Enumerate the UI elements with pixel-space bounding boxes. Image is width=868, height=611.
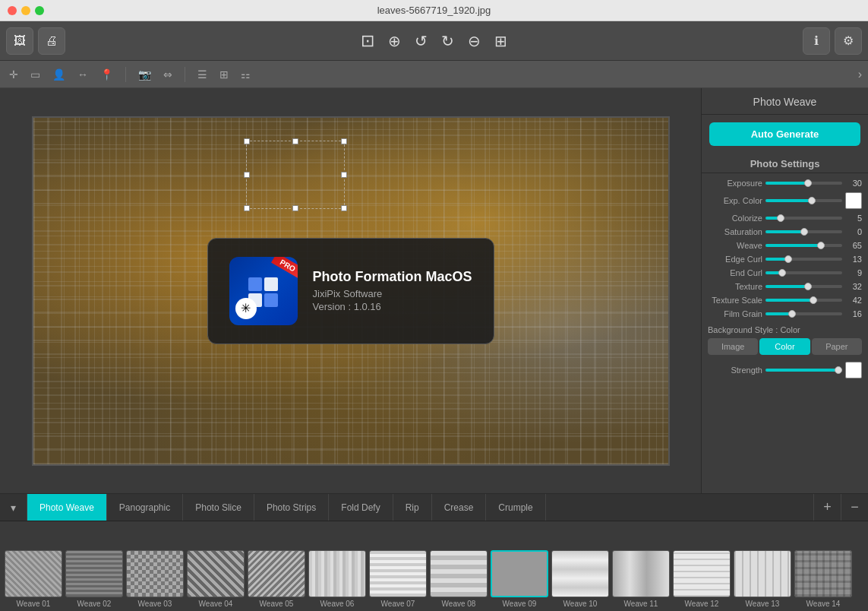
menu-tool[interactable]: ☰: [194, 67, 210, 82]
preset-weave-05[interactable]: Weave 05: [248, 550, 305, 608]
expand-arrow[interactable]: ›: [858, 68, 862, 81]
preset-weave-13[interactable]: Weave 13: [734, 550, 791, 608]
edge-curl-thumb[interactable]: [784, 255, 792, 263]
handle-tc[interactable]: [292, 138, 298, 144]
handle-ml[interactable]: [244, 172, 250, 178]
bg-color-button[interactable]: Color: [759, 338, 810, 355]
camera-tool[interactable]: 📷: [135, 67, 154, 82]
maximize-button[interactable]: [35, 6, 44, 15]
rotate-left-button[interactable]: ↺: [415, 32, 428, 50]
exp-color-swatch[interactable]: [845, 192, 862, 209]
transform-tool[interactable]: ↔: [74, 67, 91, 82]
exposure-slider[interactable]: [765, 182, 842, 185]
texture-thumb[interactable]: [804, 283, 812, 290]
bg-paper-button[interactable]: Paper: [812, 338, 862, 355]
tab-crumple[interactable]: Crumple: [486, 494, 545, 521]
remove-preset-button[interactable]: −: [841, 494, 868, 521]
bg-style-label: Background Style : Color: [708, 325, 862, 334]
handle-bc[interactable]: [292, 205, 298, 211]
strength-slider[interactable]: [765, 369, 842, 372]
flip-tool[interactable]: ⇔: [160, 67, 175, 82]
add-preset-button[interactable]: +: [813, 494, 841, 521]
saturation-slider[interactable]: [765, 230, 842, 233]
auto-generate-button[interactable]: Auto Generate: [709, 122, 860, 146]
preset-weave-02[interactable]: Weave 02: [65, 550, 123, 608]
bg-style-buttons: Image Color Paper: [708, 338, 862, 355]
colorize-thumb[interactable]: [777, 214, 784, 222]
weave-thumb[interactable]: [817, 242, 825, 249]
toolbar-left: 🖼 🖨: [6, 27, 65, 55]
bg-image-button[interactable]: Image: [708, 338, 758, 355]
rect-select-tool[interactable]: ▭: [27, 67, 43, 82]
strength-fill: [765, 369, 838, 372]
film-grain-value: 16: [845, 309, 862, 318]
film-grain-slider[interactable]: [765, 312, 842, 315]
preset-weave-01[interactable]: Weave 01: [5, 550, 62, 608]
preset-weave-09[interactable]: Weave 09: [491, 550, 548, 608]
collapse-toggle[interactable]: ▾: [0, 494, 27, 521]
strength-label: Strength: [708, 366, 762, 375]
preset-weave-04[interactable]: Weave 04: [187, 550, 245, 608]
tab-crease[interactable]: Crease: [432, 494, 487, 521]
exposure-thumb[interactable]: [804, 179, 812, 187]
info-button[interactable]: ℹ: [803, 27, 830, 55]
panel-tool[interactable]: ⚏: [238, 67, 254, 82]
fit-button[interactable]: ⊞: [494, 32, 507, 50]
handle-br[interactable]: [341, 205, 347, 211]
preset-label-weave-10: Weave 10: [563, 600, 598, 608]
weave-slider[interactable]: [765, 244, 842, 247]
strength-swatch[interactable]: [845, 362, 862, 378]
separator: [125, 67, 126, 82]
minimize-button[interactable]: [21, 6, 30, 15]
tab-panographic[interactable]: Panographic: [107, 494, 183, 521]
saturation-thumb[interactable]: [800, 228, 808, 236]
handle-bl[interactable]: [244, 205, 250, 211]
window-controls[interactable]: [8, 6, 44, 15]
preset-weave-08[interactable]: Weave 08: [430, 550, 488, 608]
rotate-right-button[interactable]: ↻: [441, 32, 454, 50]
handle-tl[interactable]: [244, 138, 250, 144]
edge-curl-slider[interactable]: [765, 258, 842, 261]
move-tool[interactable]: ✛: [6, 67, 21, 82]
colorize-slider[interactable]: [765, 217, 842, 220]
preset-weave-12[interactable]: Weave 12: [673, 550, 731, 608]
edge-curl-value: 13: [845, 255, 862, 264]
handle-tr[interactable]: [341, 138, 347, 144]
handle-mr[interactable]: [341, 172, 347, 178]
tab-photo-strips[interactable]: Photo Strips: [254, 494, 329, 521]
preset-weave-10[interactable]: Weave 10: [551, 550, 609, 608]
preset-weave-06[interactable]: Weave 06: [308, 550, 366, 608]
texture-scale-thumb[interactable]: [810, 296, 817, 304]
tab-rip[interactable]: Rip: [393, 494, 432, 521]
close-button[interactable]: [8, 6, 17, 15]
zoom-out-button[interactable]: ⊖: [468, 32, 481, 50]
end-curl-thumb[interactable]: [778, 269, 786, 277]
portrait-tool[interactable]: 👤: [49, 67, 68, 82]
texture-scale-slider[interactable]: [765, 299, 842, 302]
splash-info: Photo Formation MacOS JixiPix Software V…: [312, 269, 472, 312]
layout-tool[interactable]: ⊞: [216, 67, 232, 82]
preset-weave-03[interactable]: Weave 03: [126, 550, 184, 608]
selection-box[interactable]: [246, 141, 345, 209]
print-button[interactable]: 🖨: [38, 27, 65, 55]
canvas-area[interactable]: PRO ✳ Photo Formation MacOS JixiPix Soft…: [0, 88, 701, 493]
preset-weave-07[interactable]: Weave 07: [369, 550, 427, 608]
preset-weave-14[interactable]: Weave 14: [794, 550, 852, 608]
settings-button[interactable]: ⚙: [835, 27, 862, 55]
zoom-in-button[interactable]: ⊕: [388, 32, 401, 50]
strength-thumb[interactable]: [835, 366, 842, 374]
open-file-button[interactable]: 🖼: [6, 27, 33, 55]
tab-photo-weave[interactable]: Photo Weave: [27, 494, 107, 521]
preset-thumb-weave-12: [673, 550, 731, 597]
tab-photo-slice[interactable]: Photo Slice: [183, 494, 254, 521]
end-curl-row: End Curl 9: [702, 266, 868, 280]
pin-tool[interactable]: 📍: [97, 67, 116, 82]
tab-fold-defy[interactable]: Fold Defy: [329, 494, 393, 521]
exp-color-slider[interactable]: [765, 199, 842, 202]
texture-slider[interactable]: [765, 285, 842, 288]
crop-tool-button[interactable]: ⊡: [361, 31, 374, 51]
exp-color-thumb[interactable]: [808, 197, 816, 204]
preset-weave-11[interactable]: Weave 11: [612, 550, 670, 608]
end-curl-slider[interactable]: [765, 271, 842, 274]
film-grain-thumb[interactable]: [788, 310, 796, 318]
